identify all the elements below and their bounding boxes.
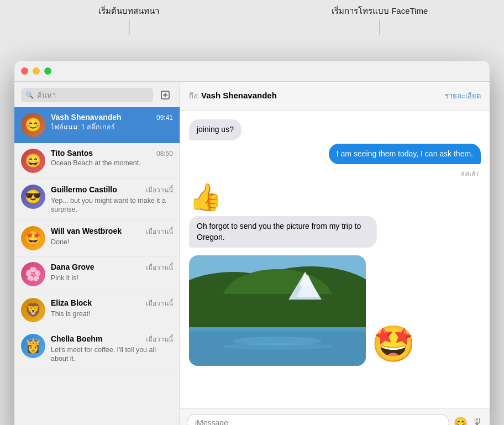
- avatar-will: 🤩: [21, 226, 45, 250]
- search-icon: 🔍: [25, 91, 34, 99]
- annotation-start-facetime: เริ่มการโทรแบบ FaceTime: [332, 6, 428, 15]
- avatar-chella: 👸: [21, 334, 45, 358]
- message-bubble-oregon: Oh forgot to send you the picture from m…: [189, 216, 377, 248]
- svg-point-11: [222, 343, 333, 350]
- memoji-sticker: 🤩: [371, 322, 416, 366]
- message-row: joining us?: [189, 119, 481, 140]
- contact-name-will: Will van Westbroek: [51, 227, 122, 235]
- contact-name-tito: Tito Santos: [51, 149, 93, 158]
- timestamp-guillermo: เมื่อวานนี้: [146, 185, 173, 195]
- app-window: 🔍 ค้นหา 😊Vash Shenavandeh09:41ไฟล์แนม: 1…: [14, 61, 490, 425]
- details-button[interactable]: รายละเอียด: [445, 90, 481, 102]
- chat-header: ถึง: Vash Shenavandeh รายละเอียด: [180, 82, 490, 111]
- sidebar-header: 🔍 ค้นหา: [14, 82, 180, 107]
- avatar-tito: 😄: [21, 149, 45, 173]
- chat-to-label: ถึง:: [189, 92, 199, 100]
- message-row: Oh forgot to send you the picture from m…: [189, 216, 481, 248]
- message-bubble-sent: I am seeing them today, I can ask them.: [329, 144, 481, 165]
- chat-header-info: ถึง: Vash Shenavandeh: [189, 90, 277, 102]
- conversation-item-dana[interactable]: 🌸Dana Groveเมื่อวานนี้Pink it is!: [14, 256, 180, 292]
- timestamp-tito: 08:50: [156, 150, 173, 158]
- conversation-item-guillermo[interactable]: 😎Guillermo Castilloเมื่อวานนี้Yep... but…: [14, 179, 180, 221]
- conversation-item-eliza[interactable]: 🦁Eliza Blockเมื่อวานนี้This is great!: [14, 292, 180, 328]
- chat-input-bar: 😊 🎙: [180, 408, 490, 425]
- search-placeholder: ค้นหา: [37, 90, 56, 101]
- sent-status: ส่งแล้ว: [189, 169, 479, 179]
- contact-name-eliza: Eliza Block: [51, 298, 92, 307]
- timestamp-dana: เมื่อวานนี้: [146, 262, 173, 272]
- conversation-item-will[interactable]: 🤩Will van Westbroekเมื่อวานนี้Done!: [14, 221, 180, 256]
- chat-contact-name: Vash Shenavandeh: [201, 91, 277, 100]
- message-preview-vash: ไฟล์แนม: 1 สติ๊กเกอร์: [51, 123, 173, 132]
- timestamp-eliza: เมื่อวานนี้: [146, 298, 173, 308]
- microphone-icon[interactable]: 🎙: [472, 416, 483, 425]
- timestamp-vash: 09:41: [156, 114, 173, 122]
- emoji-icon[interactable]: 😊: [454, 416, 468, 426]
- timestamp-will: เมื่อวานนี้: [146, 226, 173, 237]
- minimize-button[interactable]: [33, 67, 40, 75]
- conversation-list: 😊Vash Shenavandeh09:41ไฟล์แนม: 1 สติ๊กเก…: [14, 107, 180, 425]
- message-preview-eliza: This is great!: [51, 309, 173, 318]
- avatar-dana: 🌸: [21, 262, 45, 286]
- avatar-eliza: 🦁: [21, 298, 45, 322]
- contact-name-guillermo: Guillermo Castillo: [51, 185, 117, 194]
- message-preview-will: Done!: [51, 238, 173, 246]
- avatar-vash: 😊: [21, 113, 45, 137]
- message-row: 👍: [189, 182, 481, 213]
- chat-pane: ถึง: Vash Shenavandeh รายละเอียด joining…: [180, 82, 490, 425]
- svg-rect-9: [189, 327, 366, 332]
- contact-name-vash: Vash Shenavandeh: [51, 113, 122, 122]
- message-row: I am seeing them today, I can ask them.: [189, 144, 481, 165]
- message-preview-guillermo: Yep... but you might want to make it a s…: [51, 196, 173, 214]
- conversation-item-tito[interactable]: 😄Tito Santos08:50Ocean Beach at the mome…: [14, 143, 180, 179]
- annotation-start-chat: เริ่มต้นบทสนทนา: [98, 6, 159, 15]
- sidebar: 🔍 ค้นหา 😊Vash Shenavandeh09:41ไฟล์แนม: 1…: [14, 82, 180, 425]
- message-input[interactable]: [187, 414, 449, 426]
- compose-button[interactable]: [158, 87, 173, 103]
- chat-messages: joining us? I am seeing them today, I ca…: [180, 111, 490, 408]
- timestamp-chella: เมื่อวานนี้: [146, 334, 173, 344]
- close-button[interactable]: [21, 67, 28, 75]
- message-preview-tito: Ocean Beach at the moment.: [51, 159, 173, 167]
- conversation-item-chella[interactable]: 👸Chella Boehmเมื่อวานนี้Let's meet for c…: [14, 328, 180, 370]
- avatar-guillermo: 😎: [21, 185, 45, 209]
- message-bubble-received: joining us?: [189, 119, 242, 140]
- main-content: 🔍 ค้นหา 😊Vash Shenavandeh09:41ไฟล์แนม: 1…: [14, 82, 490, 425]
- conversation-item-vash[interactable]: 😊Vash Shenavandeh09:41ไฟล์แนม: 1 สติ๊กเก…: [14, 107, 180, 143]
- traffic-lights: [21, 67, 51, 75]
- title-bar: [14, 61, 490, 82]
- message-preview-dana: Pink it is!: [51, 274, 173, 282]
- photo-row: 🤩: [189, 253, 481, 366]
- search-bar[interactable]: 🔍 ค้นหา: [21, 88, 153, 102]
- contact-name-dana: Dana Grove: [51, 263, 95, 271]
- contact-name-chella: Chella Boehm: [51, 334, 102, 343]
- message-preview-chella: Let's meet for coffee. I'll tell you all…: [51, 345, 173, 364]
- oregon-photo[interactable]: [189, 255, 366, 366]
- emoji-thumbsup: 👍: [189, 184, 222, 211]
- maximize-button[interactable]: [44, 67, 51, 75]
- svg-rect-7: [189, 294, 366, 327]
